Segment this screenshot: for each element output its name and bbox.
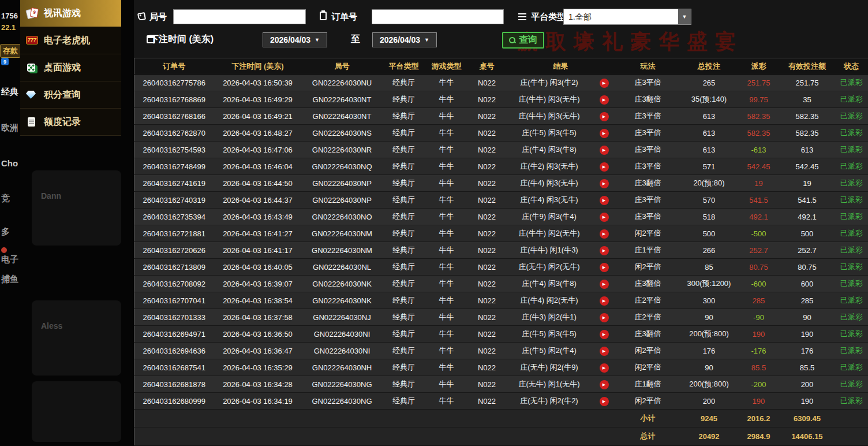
- date-to-value: 2026/04/03: [380, 35, 420, 44]
- table-row: 2604031627757862026-04-03 16:50:39GN0222…: [134, 75, 868, 91]
- header-game-type: 游戏类型: [425, 58, 468, 75]
- table-no-cell: N022: [468, 192, 506, 209]
- table-no-cell: N022: [468, 225, 506, 242]
- valid-bet-cell: 190: [780, 393, 835, 410]
- result-cell: 庄(无牛) 闲1(无牛): [506, 376, 593, 393]
- round-cell: GN022264030NI: [302, 326, 383, 343]
- replay-button[interactable]: ▶: [600, 213, 609, 222]
- background-nav-jing: 竞: [1, 193, 10, 204]
- total-valid-bet: 14406.15: [780, 428, 835, 445]
- replay-button[interactable]: ▶: [600, 79, 609, 88]
- order-cell: 260403162713809: [134, 259, 214, 276]
- replay-button[interactable]: ▶: [600, 162, 609, 172]
- replay-button[interactable]: ▶: [600, 129, 609, 138]
- status-cell: 已派彩: [835, 259, 868, 276]
- background-dealer-card: [32, 381, 121, 442]
- replay-button[interactable]: ▶: [600, 313, 609, 322]
- replay-button[interactable]: ▶: [600, 363, 609, 373]
- table-no-cell: N022: [468, 175, 506, 192]
- sidebar-item-slots[interactable]: 777 电子老虎机: [20, 27, 121, 54]
- valid-bet-cell: 541.5: [780, 192, 835, 209]
- total-row: 总计 20492 2984.9 14406.15: [134, 428, 868, 445]
- status-cell: 已派彩: [835, 108, 868, 125]
- date-to-button[interactable]: 2026/04/03 ▼: [372, 32, 437, 47]
- replay-button[interactable]: ▶: [600, 330, 609, 339]
- payout-cell: 542.45: [738, 158, 780, 175]
- replay-button[interactable]: ▶: [600, 380, 609, 389]
- header-valid-bet: 有效投注额: [780, 58, 835, 75]
- replay-button[interactable]: ▶: [600, 196, 609, 205]
- table-no-cell: N022: [468, 359, 506, 376]
- subtotal-status-spacer: [835, 410, 868, 428]
- header-total-bet: 总投注: [680, 58, 738, 75]
- replay-button[interactable]: ▶: [600, 112, 609, 121]
- replay-button[interactable]: ▶: [600, 229, 609, 239]
- platform-cell: 经典厅: [383, 225, 425, 242]
- round-cell: GN022264030NK: [302, 276, 383, 292]
- valid-bet-cell: 35: [780, 91, 835, 108]
- total-bet-cell: 20(预:80): [680, 175, 738, 192]
- replay-button[interactable]: ▶: [600, 179, 609, 188]
- sidebar-item-table-games[interactable]: 桌面游戏: [20, 54, 121, 81]
- sidebar-item-video-games[interactable]: 视讯游戏: [20, 0, 121, 27]
- order-cell: 260403162775786: [134, 75, 214, 91]
- platform-cell: 经典厅: [383, 242, 425, 259]
- platform-type-value: 1.全部: [568, 9, 592, 24]
- sidebar-item-label: 电子老虎机: [44, 35, 90, 47]
- order-number-input[interactable]: [372, 9, 504, 24]
- sidebar-item-points-query[interactable]: 积分查询: [20, 81, 121, 109]
- replay-button[interactable]: ▶: [600, 246, 609, 255]
- order-number-label: 订单号: [331, 12, 357, 23]
- total-bet-cell: 200(预:800): [680, 376, 738, 393]
- filter-bar: 赢取壕礼豪华盛宴 局号 订单号 平台类型 1.全部 ▼ 下注时间 (美东) 20…: [134, 0, 868, 58]
- background-nav-classic: 经典: [1, 87, 18, 98]
- status-cell: 已派彩: [835, 242, 868, 259]
- valid-bet-cell: 80.75: [780, 259, 835, 276]
- game-type-cell: 牛牛: [425, 276, 468, 292]
- subtotal-spacer: [134, 410, 616, 428]
- table-row: 2604031627688692026-04-03 16:49:29GN0222…: [134, 91, 868, 108]
- replay-button[interactable]: ▶: [600, 296, 609, 306]
- total-bet-cell: 300: [680, 292, 738, 309]
- table-no-cell: N022: [468, 343, 506, 359]
- platform-type-select[interactable]: 1.全部 ▼: [563, 9, 691, 25]
- round-number-input[interactable]: [173, 9, 306, 24]
- game-type-cell: 牛牛: [425, 125, 468, 142]
- replay-button[interactable]: ▶: [600, 263, 609, 272]
- gem-icon: [26, 91, 36, 99]
- replay-cell: ▶: [593, 75, 616, 91]
- replay-button[interactable]: ▶: [600, 95, 609, 105]
- total-bet-cell: 176: [680, 343, 738, 359]
- header-order: 订单号: [134, 58, 214, 75]
- round-cell: GN022264030NT: [302, 108, 383, 125]
- status-cell: 已派彩: [835, 276, 868, 292]
- date-from-button[interactable]: 2026/04/03 ▼: [263, 32, 327, 47]
- replay-button[interactable]: ▶: [600, 146, 609, 155]
- status-cell: 已派彩: [835, 326, 868, 343]
- subtotal-valid-bet: 6309.45: [780, 410, 835, 428]
- table-row: 2604031626946362026-04-03 16:36:47GN0222…: [134, 343, 868, 359]
- payout-cell: 582.35: [738, 108, 780, 125]
- order-cell: 260403162694636: [134, 343, 214, 359]
- valid-bet-cell: 200: [780, 376, 835, 393]
- game-type-cell: 牛牛: [425, 75, 468, 91]
- replay-button[interactable]: ▶: [600, 397, 609, 406]
- background-nav-europe: 欧洲: [1, 122, 18, 133]
- replay-button[interactable]: ▶: [600, 280, 609, 289]
- play-method-cell: 庄3翻倍: [616, 276, 680, 292]
- cards-icon: [26, 8, 39, 19]
- round-cell: GN022264030NH: [302, 359, 383, 376]
- search-icon: [509, 37, 515, 43]
- status-cell: 已派彩: [835, 158, 868, 175]
- sidebar-item-credit-records[interactable]: 额度记录: [20, 109, 121, 136]
- table-no-cell: N022: [468, 242, 506, 259]
- payout-cell: 85.5: [738, 359, 780, 376]
- game-type-cell: 牛牛: [425, 242, 468, 259]
- replay-cell: ▶: [593, 225, 616, 242]
- play-method-cell: 庄3平倍: [616, 192, 680, 209]
- query-button[interactable]: 查询: [502, 32, 544, 49]
- play-method-cell: 闲2平倍: [616, 259, 680, 276]
- platform-cell: 经典厅: [383, 158, 425, 175]
- game-type-cell: 牛牛: [425, 192, 468, 209]
- replay-button[interactable]: ▶: [600, 347, 609, 356]
